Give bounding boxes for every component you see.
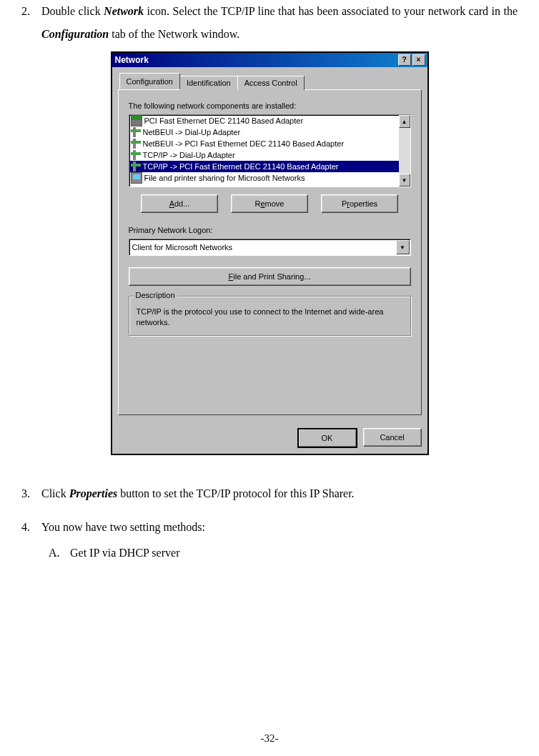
instruction-step-3: 3. Click Properties button to set the TC… [21,484,518,504]
tab-panel-configuration: The following network components are ins… [118,89,422,415]
dropdown-value: Client for Microsoft Networks [129,243,395,252]
protocol-icon [131,150,141,160]
step-number: 3. [21,484,41,504]
titlebar: Network ? × [112,53,427,67]
description-groupbox: Description TCP/IP is the protocol you u… [129,296,411,336]
scroll-up-button[interactable]: ▲ [399,115,410,128]
step-number: 4. [21,517,41,538]
scroll-down-button[interactable]: ▼ [399,174,410,186]
properties-button[interactable]: Properties [321,194,398,213]
instruction-step-4: 4. You now have two setting methods: [21,517,518,538]
page-number: -32- [0,732,539,745]
components-listbox[interactable]: PCI Fast Ethernet DEC 21140 Based Adapte… [129,114,411,187]
description-text: TCP/IP is the protocol you use to connec… [137,307,403,328]
protocol-icon [131,127,141,137]
keyword-configuration: Configuration [41,28,109,40]
list-item[interactable]: PCI Fast Ethernet DEC 21140 Based Adapte… [129,115,399,126]
step-text: You now have two setting methods: [41,517,518,538]
protocol-icon [131,161,141,171]
network-dialog: Network ? × Configuration Identification… [111,51,429,455]
chevron-down-icon[interactable]: ▼ [396,240,410,254]
substep-letter: A. [49,542,70,564]
network-dialog-figure: Network ? × Configuration Identification… [111,51,429,455]
logon-label: Primary Network Logon: [129,226,411,234]
list-item[interactable]: NetBEUI -> PCI Fast Ethernet DEC 21140 B… [129,138,399,149]
substep-text: Get IP via DHCP server [70,542,179,564]
instruction-step-4a: A. Get IP via DHCP server [21,542,518,564]
close-button[interactable]: × [412,54,425,66]
adapter-icon [131,115,142,126]
add-button[interactable]: Add... [141,194,218,213]
ok-button[interactable]: OK [297,428,357,448]
tab-configuration[interactable]: Configuration [119,73,180,89]
list-item-selected[interactable]: TCP/IP -> PCI Fast Ethernet DEC 21140 Ba… [129,161,399,172]
file-print-sharing-button[interactable]: File and Print Sharing... [129,267,411,286]
step-text: Click Properties button to set the TCP/I… [41,484,518,504]
tab-strip: Configuration Identification Access Cont… [119,73,422,89]
keyword-properties: Properties [69,487,118,499]
protocol-icon [131,139,141,149]
service-icon [131,172,142,184]
tab-access-control[interactable]: Access Control [237,76,305,90]
list-item[interactable]: TCP/IP -> Dial-Up Adapter [129,149,399,161]
remove-button[interactable]: Remove [231,194,308,213]
primary-logon-dropdown[interactable]: Client for Microsoft Networks ▼ [129,239,411,256]
step-number: 2. [21,0,41,46]
scroll-track[interactable] [399,128,410,174]
cancel-button[interactable]: Cancel [363,428,422,447]
help-button[interactable]: ? [398,54,411,66]
list-item[interactable]: NetBEUI -> Dial-Up Adapter [129,126,399,138]
step-text: Double click Network icon. Select the TC… [41,0,518,46]
keyword-network: Network [104,5,144,17]
groupbox-title: Description [134,291,177,299]
instruction-step-2: 2. Double click Network icon. Select the… [21,0,518,46]
components-label: The following network components are ins… [129,101,411,110]
list-item[interactable]: File and printer sharing for Microsoft N… [129,172,399,184]
listbox-scrollbar[interactable]: ▲ ▼ [399,115,410,186]
tab-identification[interactable]: Identification [179,76,238,90]
titlebar-text: Network [115,55,398,65]
